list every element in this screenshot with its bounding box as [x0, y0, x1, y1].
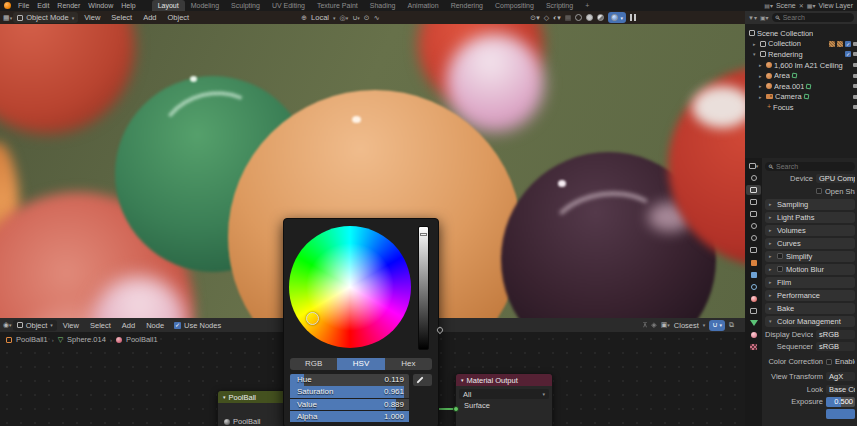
expand-icon[interactable]: ▸	[759, 73, 764, 79]
menu-help[interactable]: Help	[117, 2, 139, 9]
render-visibility-icon[interactable]	[853, 74, 857, 78]
tab-rgb[interactable]: RGB	[290, 358, 337, 370]
shader-menu-node[interactable]: Node	[141, 321, 169, 330]
tab-shading[interactable]: Shading	[364, 0, 402, 11]
panel-curves[interactable]: ▸Curves	[765, 238, 855, 249]
collection-checkbox[interactable]: ✓	[845, 41, 851, 47]
outliner-display-mode-icon[interactable]: ▣▾	[760, 14, 769, 21]
use-nodes-checkbox[interactable]: ✓	[174, 322, 181, 329]
use-nodes-toggle[interactable]: ✓ Use Nodes	[174, 321, 221, 330]
gizmos-icon[interactable]: ◇	[544, 14, 549, 22]
collapse-icon[interactable]: ▾	[753, 51, 758, 57]
menu-edit[interactable]: Edit	[33, 2, 53, 9]
view-layer-name[interactable]: View Layer	[818, 2, 853, 9]
scene-name[interactable]: Scene	[776, 2, 796, 9]
tab-output[interactable]	[746, 197, 761, 207]
tab-compositing[interactable]: Compositing	[489, 0, 540, 11]
value-slider-vertical[interactable]	[418, 226, 429, 350]
menu-file[interactable]: File	[14, 2, 33, 9]
look-dropdown[interactable]: Base Contrast	[826, 385, 855, 394]
collapse-icon[interactable]: ▾	[461, 377, 464, 383]
exposure-slider[interactable]: 0.500	[826, 397, 855, 407]
motion-blur-checkbox[interactable]	[777, 266, 783, 272]
tab-physics[interactable]	[746, 294, 761, 304]
tab-sculpting[interactable]: Sculpting	[225, 0, 266, 11]
snap-target-dropdown[interactable]: Closest	[674, 321, 699, 330]
panel-performance[interactable]: ▸Performance	[765, 290, 855, 301]
tab-scene[interactable]	[746, 221, 761, 231]
eyedropper-button[interactable]	[413, 374, 432, 386]
blender-logo-icon[interactable]	[4, 2, 11, 9]
parent-nodetree-icon[interactable]: ◈	[651, 321, 656, 329]
panel-volumes[interactable]: ▸Volumes	[765, 225, 855, 236]
menu-window[interactable]: Window	[84, 2, 117, 9]
editor-type-icon[interactable]: ▦▾	[3, 14, 12, 22]
menu-render[interactable]: Render	[53, 2, 84, 9]
selectability-icon[interactable]: ⊙▾	[530, 14, 539, 22]
tab-texture[interactable]	[746, 342, 761, 352]
pivot-point-icon[interactable]: ⊙	[364, 14, 370, 22]
value-slider-handle[interactable]	[420, 233, 427, 236]
tab-texture-paint[interactable]: Texture Paint	[311, 0, 364, 11]
outliner-search-input[interactable]	[783, 14, 851, 21]
viewport-menu-select[interactable]: Select	[106, 13, 137, 22]
render-visibility-icon[interactable]	[853, 105, 857, 109]
simplify-checkbox[interactable]	[777, 253, 783, 259]
collection-checkbox[interactable]: ✓	[845, 51, 851, 57]
properties-editor-type-icon[interactable]: ▾	[746, 161, 761, 171]
pause-render-button[interactable]	[630, 14, 636, 21]
outliner-row-area-001[interactable]: ▸ Area.001	[745, 81, 857, 92]
pin-icon[interactable]: ⊼	[642, 321, 647, 329]
outliner-row-scene-collection[interactable]: Scene Collection	[745, 28, 857, 39]
add-workspace-button[interactable]: +	[579, 0, 595, 11]
tab-modeling[interactable]: Modeling	[185, 0, 225, 11]
tab-rendering[interactable]: Rendering	[445, 0, 489, 11]
shader-menu-add[interactable]: Add	[117, 321, 140, 330]
view-transform-dropdown[interactable]: AgX	[826, 372, 855, 381]
overlays-icon[interactable]: ◐▾	[553, 14, 561, 22]
outliner-row-focus[interactable]: + Focus	[745, 102, 857, 113]
tab-scripting[interactable]: Scripting	[540, 0, 579, 11]
color-correction-checkbox[interactable]	[826, 359, 832, 365]
browse-image-icon[interactable]: ▣▾	[661, 321, 670, 329]
snap-toggle-active[interactable]: ∪▾	[709, 320, 725, 331]
panel-film[interactable]: ▸Film	[765, 277, 855, 288]
render-visibility-icon[interactable]	[853, 95, 857, 99]
tab-layout[interactable]: Layout	[152, 0, 185, 11]
tab-animation[interactable]: Animation	[402, 0, 445, 11]
shading-material-icon[interactable]	[597, 14, 604, 21]
tab-constraints[interactable]	[746, 306, 761, 316]
tab-render[interactable]	[746, 185, 761, 195]
value-slider[interactable]: Value 0.889	[290, 399, 409, 411]
tab-modifiers[interactable]	[746, 270, 761, 280]
tab-world[interactable]	[746, 234, 761, 244]
falloff-icon[interactable]: ∿	[374, 14, 380, 22]
properties-search-input[interactable]	[776, 163, 852, 170]
tab-hsv[interactable]: HSV	[337, 358, 384, 370]
tab-material[interactable]	[746, 330, 761, 340]
shader-menu-view[interactable]: View	[58, 321, 84, 330]
outliner-row-rendering[interactable]: ▾ Rendering ✓	[745, 49, 857, 60]
panel-light-paths[interactable]: ▸Light Paths	[765, 212, 855, 223]
expand-icon[interactable]: ▸	[759, 94, 764, 100]
outliner-filter-icon[interactable]: ▼▾	[748, 14, 757, 21]
tab-view-layer[interactable]	[746, 209, 761, 219]
browse-view-layer-icon[interactable]: ▦▾	[807, 2, 816, 9]
sequencer-dropdown[interactable]: sRGB	[816, 342, 855, 351]
collapse-icon[interactable]: ▾	[223, 394, 226, 400]
device-dropdown[interactable]: GPU Compute	[816, 174, 855, 183]
tab-particles[interactable]	[746, 282, 761, 292]
node-material-output-header[interactable]: ▾ Material Output	[456, 374, 552, 386]
outliner-row-ceiling-light[interactable]: ▸ 1,600 lm A21 Ceiling	[745, 60, 857, 71]
render-visibility-icon[interactable]	[853, 52, 857, 56]
outliner-search[interactable]: 🔍︎	[772, 13, 854, 22]
tab-collection[interactable]	[746, 246, 761, 256]
viewport-menu-view[interactable]: View	[79, 13, 105, 22]
expand-icon[interactable]: ▸	[759, 83, 764, 89]
surface-input-socket[interactable]	[453, 406, 459, 412]
panel-motion-blur[interactable]: ▸Motion Blur	[765, 264, 855, 275]
shader-type-dropdown[interactable]: Object ▾	[13, 320, 57, 331]
outliner-row-area[interactable]: ▸ Area	[745, 70, 857, 81]
render-visibility-icon[interactable]	[853, 42, 857, 46]
shader-menu-select[interactable]: Select	[85, 321, 116, 330]
